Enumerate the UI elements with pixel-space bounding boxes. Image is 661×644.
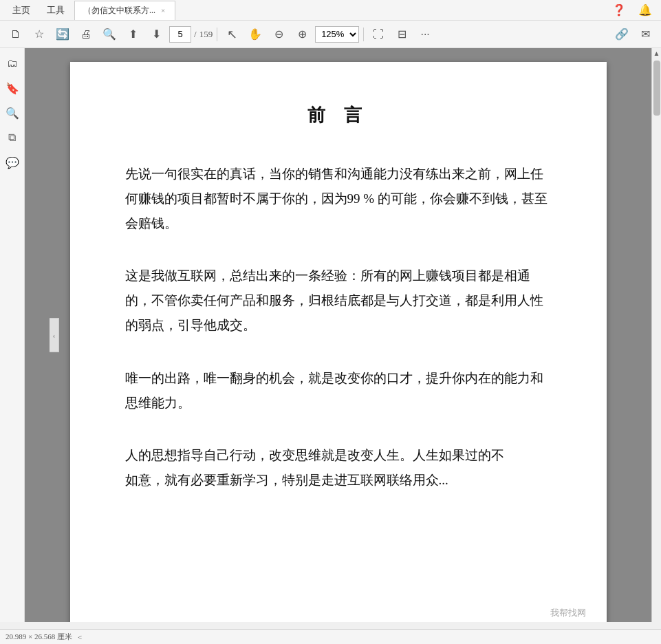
sidebar-thumbnail-icon[interactable]: 🗂 [3,54,22,73]
page-separator: / [194,29,197,40]
left-sidebar: 🗂 🔖 🔍 ⧉ 💬 [0,48,25,622]
zoom-in-btn[interactable]: ⊕ [292,25,312,44]
select-tool-button[interactable]: ↖ [221,25,242,44]
new-file-button[interactable]: 🗋 [6,25,26,44]
separator-1 [217,28,217,41]
link-button[interactable]: 🔗 [611,25,632,44]
fit-width-button[interactable]: ⊟ [391,25,412,44]
watermark: 我帮找网wobangzhao.com [523,606,585,622]
zoom-out-btn2[interactable]: ⊖ [268,25,289,44]
pdf-title: 前 言 [125,103,552,127]
scroll-up-button[interactable]: ▲ [653,48,660,58]
page-total: 159 [199,29,213,40]
separator-2 [363,28,364,41]
print-button[interactable]: 🖨 [76,25,96,44]
pdf-page: 前 言 先说一句很实在的真话，当你的销售和沟通能力没有练出来之前，网上任何赚钱的… [70,62,607,622]
email-button[interactable]: ✉ [635,25,655,44]
more-tools-button[interactable]: ··· [415,25,435,44]
sidebar-bookmark-icon[interactable]: 🔖 [3,78,22,98]
bookmark-button[interactable]: ☆ [29,25,50,44]
tab-label: （勿信文中联系方... [83,5,155,17]
sidebar-comment-icon[interactable]: 💬 [3,153,22,172]
hand-tool-button[interactable]: ✋ [245,25,266,44]
sidebar-layers-icon[interactable]: ⧉ [3,128,22,147]
pdf-paragraph-3: 唯一的出路，唯一翻身的机会，就是改变你的口才，提升你内在的能力和思维能力。 [125,366,552,416]
next-page-button[interactable]: ⬇ [146,25,166,44]
help-icon[interactable]: ❓ [609,1,629,20]
pdf-tab[interactable]: （勿信文中联系方... × [74,1,175,20]
zoom-out-button[interactable]: 🔍 [99,25,120,44]
menu-tools[interactable]: 工具 [40,3,72,18]
status-arrow[interactable]: < [78,633,82,641]
pdf-paragraph-2: 这是我做互联网，总结出来的一条经验：所有的网上赚钱项目都是相通的，不管你卖任何产… [125,264,552,338]
toolbar: 🗋 ☆ 🔄 🖨 🔍 ⬆ ⬇ / 159 ↖ ✋ ⊖ ⊕ 125% 50% 75%… [0,21,661,48]
zoom-select[interactable]: 125% 50% 75% 100% 150% 200% [315,26,359,43]
menu-home[interactable]: 主页 [6,3,37,18]
page-navigation: / 159 [169,26,213,43]
main-layout: 🗂 🔖 🔍 ⧉ 💬 ‹ 前 言 先说一句很实在的真话，当你的销售和沟通能力没有练… [0,48,661,622]
page-dimensions: 20.989 × 26.568 厘米 [6,632,72,642]
pdf-paragraph-4: 人的思想指导自己行动，改变思维就是改变人生。人生如果过的不如意，就有必要重新学习… [125,443,552,493]
fit-page-button[interactable]: ⛶ [368,25,389,44]
scrollbar-thumb[interactable] [653,61,660,116]
help-area: ❓ 🔔 [609,1,655,20]
sidebar-collapse-button[interactable]: ‹ [50,318,59,352]
pdf-content-area[interactable]: 前 言 先说一句很实在的真话，当你的销售和沟通能力没有练出来之前，网上任何赚钱的… [25,48,651,622]
menu-bar: 主页 工具 （勿信文中联系方... × ❓ 🔔 [0,0,661,21]
right-scrollbar[interactable]: ▲ [651,48,661,622]
sidebar-search-icon[interactable]: 🔍 [3,103,22,122]
prev-page-button[interactable]: ⬆ [122,25,143,44]
page-number-input[interactable] [169,26,191,43]
status-bar: 20.989 × 26.568 厘米 < [0,629,661,644]
back-button[interactable]: 🔄 [52,25,73,44]
pdf-paragraph-1: 先说一句很实在的真话，当你的销售和沟通能力没有练出来之前，网上任何赚钱的项目都暂… [125,162,552,236]
notification-icon[interactable]: 🔔 [635,1,655,20]
tab-close-button[interactable]: × [160,6,166,14]
